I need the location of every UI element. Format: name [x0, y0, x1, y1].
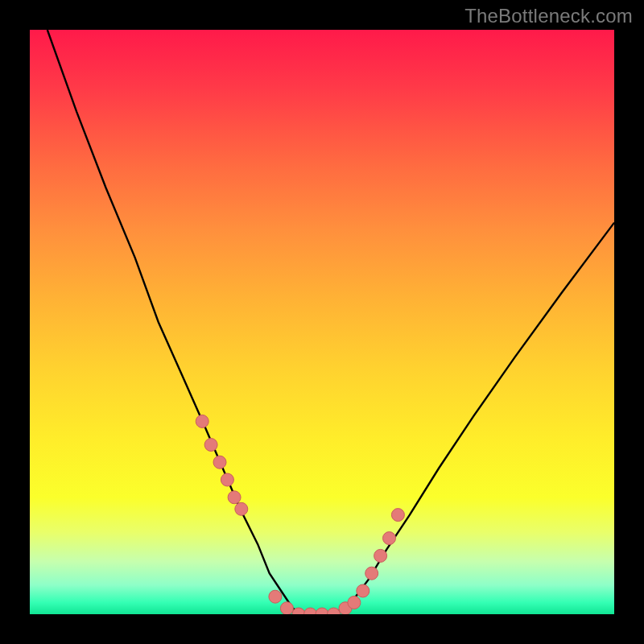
- data-dot: [316, 608, 328, 614]
- data-dot: [374, 549, 387, 562]
- marker-group: [196, 415, 404, 614]
- data-dot: [269, 590, 282, 603]
- bottleneck-curve: [47, 30, 614, 614]
- data-dot: [383, 532, 396, 545]
- data-dot: [235, 502, 248, 515]
- data-dot: [391, 509, 404, 522]
- data-dot: [221, 473, 233, 486]
- chart-overlay: [30, 30, 614, 614]
- data-dot: [228, 491, 241, 504]
- data-dot: [196, 415, 208, 427]
- watermark-text: TheBottleneck.com: [464, 5, 633, 27]
- outer-frame: TheBottleneck.com: [0, 0, 644, 644]
- data-dot: [365, 567, 378, 580]
- data-dot: [213, 456, 226, 469]
- data-dot: [304, 608, 317, 614]
- data-dot: [204, 439, 217, 452]
- data-dot: [357, 584, 369, 597]
- data-dot: [348, 597, 361, 609]
- data-dot: [328, 608, 341, 614]
- data-dot: [280, 602, 293, 614]
